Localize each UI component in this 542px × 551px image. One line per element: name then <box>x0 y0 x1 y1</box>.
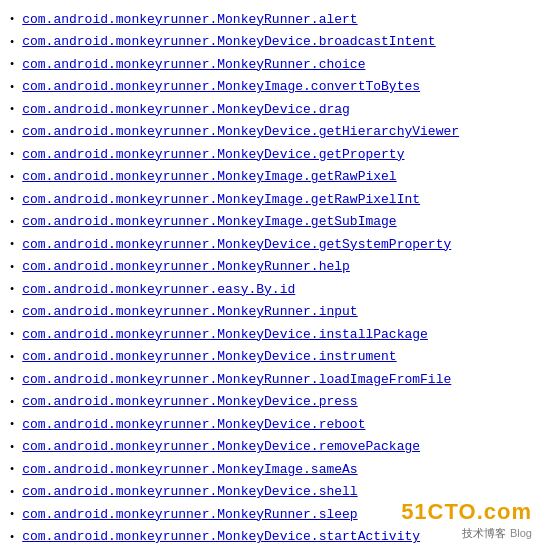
list-item: com.android.monkeyrunner.easy.By.id <box>10 278 532 301</box>
list-item: com.android.monkeyrunner.MonkeyImage.get… <box>10 188 532 211</box>
api-link[interactable]: com.android.monkeyrunner.MonkeyImage.con… <box>22 77 420 97</box>
api-link[interactable]: com.android.monkeyrunner.MonkeyDevice.br… <box>22 32 435 52</box>
api-list: com.android.monkeyrunner.MonkeyRunner.al… <box>10 8 532 551</box>
list-item: com.android.monkeyrunner.MonkeyImage.get… <box>10 166 532 189</box>
watermark-subtitle: 技术博客 <box>462 526 506 541</box>
api-link[interactable]: com.android.monkeyrunner.MonkeyImage.get… <box>22 212 396 232</box>
list-item: com.android.monkeyrunner.MonkeyImage.sam… <box>10 458 532 481</box>
api-link[interactable]: com.android.monkeyrunner.MonkeyDevice.sh… <box>22 482 357 502</box>
api-link[interactable]: com.android.monkeyrunner.MonkeyDevice.pr… <box>22 392 357 412</box>
watermark: 51CTO.com 技术博客 Blog <box>401 499 532 541</box>
list-item: com.android.monkeyrunner.MonkeyDevice.re… <box>10 413 532 436</box>
api-link[interactable]: com.android.monkeyrunner.MonkeyImage.get… <box>22 167 396 187</box>
api-link[interactable]: com.android.monkeyrunner.MonkeyRunner.he… <box>22 257 350 277</box>
watermark-logo: 51CTO.com <box>401 499 532 525</box>
list-item: com.android.monkeyrunner.MonkeyRunner.al… <box>10 8 532 31</box>
api-link[interactable]: com.android.monkeyrunner.MonkeyDevice.ge… <box>22 235 451 255</box>
list-item: com.android.monkeyrunner.MonkeyDevice.ge… <box>10 143 532 166</box>
list-item: com.android.monkeyrunner.MonkeyDevice.in… <box>10 346 532 369</box>
api-link[interactable]: com.android.monkeyrunner.MonkeyRunner.al… <box>22 10 357 30</box>
api-link[interactable]: com.android.monkeyrunner.MonkeyDevice.ge… <box>22 122 459 142</box>
api-link[interactable]: com.android.monkeyrunner.MonkeyRunner.in… <box>22 302 357 322</box>
api-link[interactable]: com.android.monkeyrunner.easy.By.id <box>22 280 295 300</box>
api-link[interactable]: com.android.monkeyrunner.MonkeyDevice.re… <box>22 437 420 457</box>
list-item: com.android.monkeyrunner.MonkeyDevice.pr… <box>10 391 532 414</box>
list-item: com.android.monkeyrunner.MonkeyDevice.ge… <box>10 121 532 144</box>
content-area: com.android.monkeyrunner.MonkeyRunner.al… <box>0 0 542 551</box>
api-link[interactable]: com.android.monkeyrunner.MonkeyDevice.ge… <box>22 145 404 165</box>
watermark-blog: Blog <box>510 527 532 539</box>
list-item: com.android.monkeyrunner.MonkeyDevice.re… <box>10 436 532 459</box>
api-link[interactable]: com.android.monkeyrunner.MonkeyDevice.in… <box>22 347 396 367</box>
api-link[interactable]: com.android.monkeyrunner.MonkeyImage.sam… <box>22 460 357 480</box>
list-item: com.android.monkeyrunner.MonkeyImage.get… <box>10 211 532 234</box>
api-link[interactable]: com.android.monkeyrunner.MonkeyDevice.st… <box>22 527 420 547</box>
list-item: com.android.monkeyrunner.MonkeyDevice.in… <box>10 323 532 346</box>
list-item: com.android.monkeyrunner.MonkeyDevice.br… <box>10 31 532 54</box>
list-item: com.android.monkeyrunner.MonkeyRunner.ch… <box>10 53 532 76</box>
api-link[interactable]: com.android.monkeyrunner.MonkeyDevice.re… <box>22 415 365 435</box>
api-link[interactable]: com.android.monkeyrunner.MonkeyImage.get… <box>22 190 420 210</box>
api-link[interactable]: com.android.monkeyrunner.MonkeyDevice.in… <box>22 325 428 345</box>
watermark-text-group: 技术博客 Blog <box>462 525 532 541</box>
list-item: com.android.monkeyrunner.MonkeyRunner.in… <box>10 301 532 324</box>
api-link[interactable]: com.android.monkeyrunner.MonkeyRunner.sl… <box>22 505 357 525</box>
list-item: com.android.monkeyrunner.MonkeyImage.con… <box>10 76 532 99</box>
api-link[interactable]: com.android.monkeyrunner.MonkeyRunner.lo… <box>22 370 451 390</box>
list-item: com.android.monkeyrunner.MonkeyRunner.he… <box>10 256 532 279</box>
list-item: com.android.monkeyrunner.MonkeyDevice.dr… <box>10 98 532 121</box>
api-link[interactable]: com.android.monkeyrunner.MonkeyDevice.dr… <box>22 100 350 120</box>
api-link[interactable]: com.android.monkeyrunner.MonkeyRunner.ch… <box>22 55 365 75</box>
list-item: com.android.monkeyrunner.MonkeyRunner.lo… <box>10 368 532 391</box>
list-item: com.android.monkeyrunner.MonkeyDevice.ge… <box>10 233 532 256</box>
